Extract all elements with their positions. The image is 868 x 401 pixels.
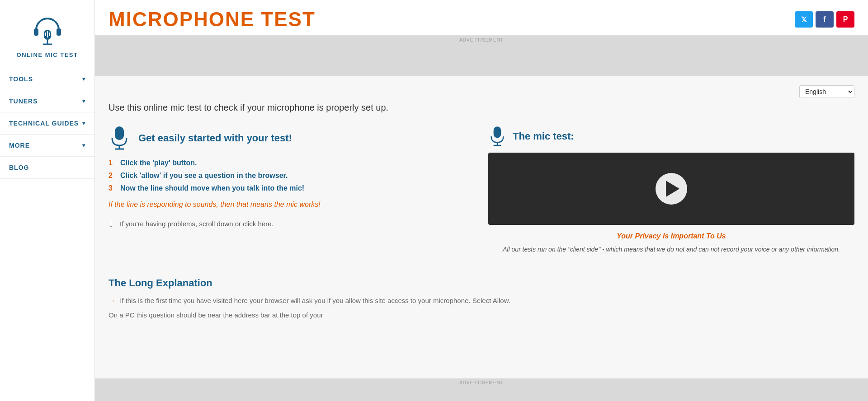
logo-area: ONLINE MIC TEST [0,5,94,68]
bottom-ad-banner: ADVERTISEMENT [95,378,868,401]
blog-label: BLOG [9,164,29,171]
header: MICROPHONE TEST 𝕏 f P [95,0,868,36]
mic-test-icon [488,126,506,147]
steps-list: 1 Click the 'play' button. 2 Click 'allo… [108,159,475,192]
video-player[interactable] [488,153,854,225]
mic-test-header: The mic test: [488,126,854,147]
explanation-step2: On a PC this question should be near the… [108,310,854,321]
tools-label: TOOLS [9,75,33,83]
more-chevron-icon: ▾ [82,142,85,149]
bottom-ad-label: ADVERTISEMENT [459,380,504,385]
social-buttons: 𝕏 f P [795,11,854,28]
step-1: 1 Click the 'play' button. [108,159,475,167]
mic-test-title: The mic test: [513,131,574,142]
step-1-text: Click the 'play' button. [120,159,197,167]
top-ad-banner: ADVERTISEMENT [95,36,868,76]
explanation-step1: → If this is the first time you have vis… [108,295,854,306]
sidebar: ONLINE MIC TEST TOOLS ▾ TUNERS ▾ TECHNIC… [0,0,95,401]
step-2-number: 2 [108,172,116,180]
long-explanation-section: The Long Explanation → If this is the fi… [108,268,854,321]
success-text: If the line is responding to sounds, the… [108,200,475,209]
step-3-number: 3 [108,184,116,192]
content-area: English Español Français Deutsch Italian… [95,76,868,378]
svg-rect-1 [57,28,61,36]
arrow-right-icon: → [108,295,115,306]
technical-guides-chevron-icon: ▾ [82,120,85,126]
right-column: The mic test: Your Privacy Is Important … [488,126,854,254]
logo-text: ONLINE MIC TEST [17,51,78,58]
left-column: Get easily started with your test! 1 Cli… [108,126,475,254]
scroll-hint-text: If you're having problems, scroll down o… [120,220,274,228]
step-1-number: 1 [108,159,116,167]
twitter-icon: 𝕏 [801,15,807,24]
tools-chevron-icon: ▾ [82,76,85,82]
svg-rect-11 [494,126,501,138]
pinterest-share-button[interactable]: P [836,11,854,28]
logo-icon [29,13,66,49]
get-started-title: Get easily started with your test! [138,132,292,144]
two-column-section: Get easily started with your test! 1 Cli… [108,126,854,254]
more-label: MORE [9,142,30,149]
sidebar-item-tools[interactable]: TOOLS ▾ [0,68,94,90]
play-button[interactable] [656,173,687,205]
technical-guides-label: TECHNICAL GUIDES [9,120,79,127]
sidebar-item-more[interactable]: MORE ▾ [0,135,94,157]
sidebar-item-blog[interactable]: BLOG [0,157,94,179]
microphone-icon [108,126,130,151]
language-row: English Español Français Deutsch Italian… [108,85,854,98]
sidebar-item-technical-guides[interactable]: TECHNICAL GUIDES ▾ [0,112,94,135]
sidebar-item-tuners[interactable]: TUNERS ▾ [0,90,94,112]
privacy-text: All our tests run on the "client side" -… [488,245,854,254]
twitter-share-button[interactable]: 𝕏 [795,11,813,28]
step-3: 3 Now the line should move when you talk… [108,184,475,192]
facebook-icon: f [823,15,826,23]
privacy-title: Your Privacy Is Important To Us [488,232,854,240]
step-3-text: Now the line should move when you talk i… [120,184,304,192]
get-started-header: Get easily started with your test! [108,126,475,151]
page-title: MICROPHONE TEST [108,8,316,31]
down-arrow-icon: ↓ [108,218,113,229]
top-ad-label: ADVERTISEMENT [459,37,504,42]
language-select[interactable]: English Español Français Deutsch Italian… [799,85,854,98]
svg-rect-0 [34,28,38,36]
pinterest-icon: P [843,15,848,23]
facebook-share-button[interactable]: f [816,11,834,28]
main-content: MICROPHONE TEST 𝕏 f P ADVERTISEMENT [95,0,868,401]
svg-rect-8 [115,126,124,140]
tuners-label: TUNERS [9,98,38,105]
nav-menu: TOOLS ▾ TUNERS ▾ TECHNICAL GUIDES ▾ MORE… [0,68,94,179]
tuners-chevron-icon: ▾ [82,98,85,104]
step-2-text: Click 'allow' if you see a question in t… [120,172,288,180]
step-2: 2 Click 'allow' if you see a question in… [108,172,475,180]
long-explanation-title: The Long Explanation [108,277,854,289]
play-triangle-icon [666,181,679,197]
intro-text: Use this online mic test to check if you… [108,103,854,113]
scroll-hint: ↓ If you're having problems, scroll down… [108,218,475,229]
